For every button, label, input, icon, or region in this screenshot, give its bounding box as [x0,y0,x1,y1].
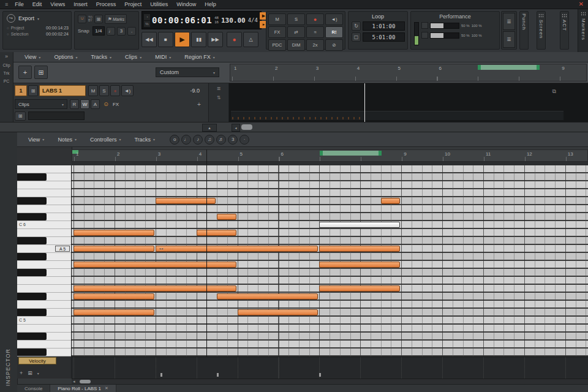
scroll-left-icon[interactable]: ◂ [73,379,75,384]
mix-record-arm-button[interactable]: ● [306,13,324,25]
add-controller-button[interactable]: + [20,370,23,376]
menu-process[interactable]: Process [92,1,121,7]
dotted-note-button[interactable]: . [127,27,136,36]
inspector-strip[interactable]: INSPECTOR [0,132,18,392]
automation-read-button[interactable]: R [70,99,79,109]
radio-icon[interactable]: ○ [7,32,9,36]
archive-button[interactable]: A [91,99,100,109]
mix-bypass-button[interactable]: ⊘ [325,39,343,51]
midi-note[interactable] [74,309,154,315]
export-icon[interactable]: ↪ [7,14,15,23]
piano-key-10[interactable]: A 5 [17,245,71,253]
piano-key-11[interactable] [17,253,71,261]
piano-key-3[interactable] [17,189,71,197]
punch-module-button[interactable]: Punch [519,11,529,50]
track-menu-view[interactable]: View▾ [18,53,47,62]
arm-record-button[interactable]: ● [110,85,120,96]
left-tab-pc[interactable]: PC [4,79,10,83]
piano-key-16[interactable] [17,293,71,301]
left-tab-trk[interactable]: Trk [4,71,10,75]
magnet-icon[interactable]: ∩ [78,15,86,23]
piano-key-4[interactable] [17,197,71,205]
menu-window[interactable]: Window [172,1,200,7]
splitter-bar[interactable]: ▲ ◂ [0,122,588,132]
stop-button[interactable]: ■ [158,32,173,47]
chevron-down-icon[interactable]: ▾ [37,371,39,375]
midi-note[interactable] [74,262,236,268]
menu-edit[interactable]: Edit [28,1,47,7]
piano-key-5[interactable] [17,205,71,213]
note-duration-tool-5[interactable]: 3 [228,135,238,145]
mute-button[interactable]: M [88,85,98,96]
play-button[interactable]: ▶ [175,32,190,47]
loop-icon[interactable]: ↻ [352,21,361,31]
loop-region-icon[interactable]: ▢ [352,32,361,42]
piano-key-14[interactable] [17,277,71,285]
midi-note[interactable] [319,246,400,252]
piano-key-12[interactable] [17,261,71,269]
clock-icon[interactable]: ◔ [144,14,150,20]
horizontal-scrollbar[interactable]: ◂ [72,379,588,384]
note-duration-tool-2[interactable]: ♪ [193,135,203,145]
add-fx-button[interactable]: + [195,99,203,109]
midi-note[interactable] [74,293,154,300]
track-menu-region-fx[interactable]: Region FX▾ [178,53,221,62]
pr-loop-region[interactable] [320,151,381,156]
note-duration-tool-0[interactable]: o [170,135,179,145]
clips-playhead[interactable] [364,83,365,122]
piano-key-21[interactable] [17,333,71,341]
percent-icon[interactable]: % [144,21,150,27]
midi-note[interactable] [74,246,154,252]
solo-button[interactable]: S [99,85,109,96]
scroll-left-icon[interactable]: ◂ [232,124,240,132]
piano-key-15[interactable] [17,285,71,293]
track-layout-button[interactable]: ⊞ [34,66,48,79]
piano-key-19[interactable]: C 5 [17,317,71,325]
radio-icon[interactable]: ○ [7,26,9,30]
piano-key-2[interactable] [17,181,71,189]
close-icon[interactable]: ✕ [105,386,108,391]
add-track-button[interactable]: + [18,66,32,79]
close-window-button[interactable]: ✕ [579,1,584,7]
scrollbar-thumb[interactable] [241,124,252,130]
piano-key-7[interactable]: C 6 [17,221,71,229]
metronome-button[interactable]: △ [243,32,258,47]
menu-help[interactable]: Help [200,1,221,7]
piano-key-9[interactable] [17,237,71,245]
track-menu-options[interactable]: Options▾ [48,53,83,62]
controller-event[interactable] [319,373,321,377]
track-number[interactable]: 1 [15,85,27,96]
midi-note[interactable] [319,285,400,292]
piano-key-6[interactable] [17,213,71,221]
widget-grid-icon[interactable]: ⊞ [15,111,26,121]
midi-clip[interactable] [231,111,564,120]
mix-dim-button[interactable]: DIM [287,39,305,51]
pause-button[interactable]: ▮▮ [191,32,206,47]
piano-key-8[interactable] [17,229,71,237]
piano-key-13[interactable] [17,269,71,277]
menu-utilities[interactable]: Utilities [146,1,172,7]
collapse-up-button[interactable]: ▲ [202,124,217,132]
clips-pane[interactable]: ⧉ [229,83,588,122]
mix-wave-button[interactable]: ≈ [306,26,324,38]
mix-io-button[interactable]: ⇄ [287,26,305,38]
piano-key-20[interactable] [17,325,71,333]
piano-key-0[interactable] [17,165,71,173]
track-icon[interactable]: ⊞ [28,85,38,96]
piano-key-17[interactable] [17,301,71,309]
note-duration-tool-3[interactable]: ♫ [205,135,214,145]
tab-console[interactable]: Console [17,385,50,392]
mix-mute-button[interactable]: M [268,13,286,25]
piano-key-1[interactable] [17,173,71,181]
tempo-value[interactable]: 130.00 [221,17,246,24]
triplet-button[interactable]: 3 [117,27,126,36]
input-echo-icon[interactable]: ◄) [121,85,134,96]
midi-note[interactable] [156,246,318,252]
track-loop-region[interactable] [478,65,539,70]
midi-note[interactable] [197,230,236,236]
zoom-tool-icon[interactable]: ⊞ [28,370,32,376]
expand-chevrons-icon[interactable]: » [5,53,8,59]
note-duration-tool-1[interactable]: ♩ [181,135,191,145]
pr-playhead[interactable] [206,149,207,356]
pr-menu-view[interactable]: View▾ [22,135,50,144]
